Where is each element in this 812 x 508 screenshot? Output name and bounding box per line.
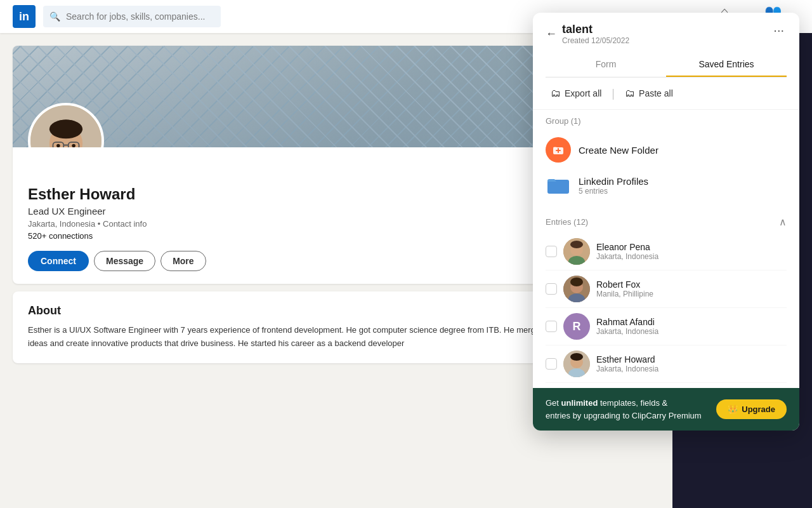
- entry-avatar-3: R: [563, 313, 590, 340]
- svg-point-5: [53, 119, 79, 133]
- entry-info-4: Esther Howard Jakarta, Indonesia: [596, 354, 658, 373]
- group-label: Group (1): [546, 116, 787, 126]
- paste-icon: 🗂: [625, 88, 635, 99]
- search-icon: 🔍: [49, 11, 60, 22]
- avatar: [28, 103, 104, 147]
- tab-saved-entries[interactable]: Saved Entries: [666, 53, 787, 77]
- folder-icon: [546, 173, 571, 198]
- upgrade-bar: Get unlimited templates, fields & entrie…: [533, 388, 799, 431]
- connect-button[interactable]: Connect: [28, 251, 89, 271]
- upgrade-button[interactable]: 👑 Upgrade: [716, 399, 787, 419]
- entry-checkbox-1[interactable]: [546, 246, 557, 257]
- more-button[interactable]: More: [160, 251, 206, 271]
- entry-row: R Rahmat Afandi Jakarta, Indonesia: [546, 308, 787, 345]
- entry-checkbox-2[interactable]: [546, 283, 557, 295]
- entry-avatar-1: [563, 238, 590, 265]
- svg-point-19: [570, 241, 583, 248]
- entries-label: Entries (12): [546, 217, 588, 227]
- entry-avatar-2: [563, 276, 590, 302]
- message-button[interactable]: Message: [94, 251, 155, 271]
- tab-form[interactable]: Form: [546, 53, 666, 77]
- export-icon: 🗂: [551, 88, 561, 99]
- folder-entries-count: 5 entries: [579, 187, 648, 196]
- panel-title: talent: [562, 23, 629, 36]
- svg-point-23: [570, 277, 583, 286]
- crown-icon: 👑: [728, 404, 738, 414]
- search-input[interactable]: [43, 6, 221, 27]
- entry-row: Eleanor Pena Jakarta, Indonesia: [546, 233, 787, 271]
- panel-more-button[interactable]: ···: [771, 23, 787, 37]
- export-all-button[interactable]: 🗂 Export all: [546, 85, 606, 102]
- svg-point-27: [570, 353, 583, 361]
- entry-row: Esther Howard Jakarta, Indonesia: [546, 345, 787, 383]
- create-folder-icon: [546, 137, 571, 163]
- paste-all-button[interactable]: 🗂 Paste all: [620, 85, 678, 102]
- create-folder-label: Create New Folder: [579, 145, 658, 156]
- entry-info-2: Robert Fox Manila, Phillipine: [596, 279, 653, 298]
- create-folder-item[interactable]: Create New Folder: [546, 132, 787, 168]
- panel-back-button[interactable]: ← talent Created 12/05/2022: [546, 23, 629, 45]
- actions-divider: |: [612, 87, 615, 100]
- entry-checkbox-4[interactable]: [546, 358, 557, 370]
- entry-avatar-4: [563, 351, 590, 377]
- clipcarry-panel: ← talent Created 12/05/2022 ··· Form Sav…: [533, 13, 799, 431]
- collapse-entries-button[interactable]: ∧: [779, 216, 787, 228]
- upgrade-text: Get unlimited templates, fields & entrie…: [546, 397, 702, 422]
- folder-linkedin-profiles[interactable]: Linkedin Profiles 5 entries: [546, 168, 787, 203]
- panel-created-date: Created 12/05/2022: [562, 36, 629, 45]
- entry-info-1: Eleanor Pena Jakarta, Indonesia: [596, 242, 658, 261]
- entry-info-3: Rahmat Afandi Jakarta, Indonesia: [596, 317, 658, 336]
- svg-rect-15: [547, 180, 569, 194]
- entry-row: Robert Fox Manila, Phillipine: [546, 271, 787, 308]
- entry-checkbox-3[interactable]: [546, 321, 557, 332]
- folder-name-linkedin: Linkedin Profiles: [579, 176, 648, 187]
- back-arrow-icon: ←: [546, 27, 557, 41]
- linkedin-logo: in: [13, 5, 36, 28]
